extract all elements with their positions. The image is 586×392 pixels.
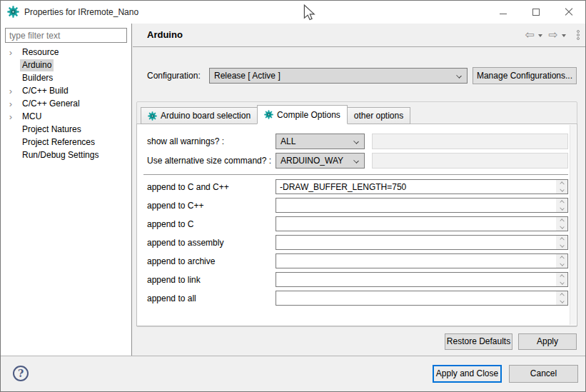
spinner-icon[interactable] xyxy=(556,217,567,231)
spinner-icon[interactable] xyxy=(556,254,567,268)
minimize-icon xyxy=(500,14,507,14)
sidebar-item-cpp-general[interactable]: › C/C++ General xyxy=(1,98,131,111)
apply-and-close-button[interactable]: Apply and Close xyxy=(433,365,502,383)
window-title: Properties for IRremote_Nano xyxy=(24,1,138,24)
show-all-warnings-extra-field xyxy=(372,134,568,149)
close-button[interactable] xyxy=(552,1,585,23)
chevron-right-icon[interactable]: › xyxy=(6,111,15,123)
apply-button[interactable]: Apply xyxy=(518,333,577,350)
minimize-button[interactable] xyxy=(487,1,520,23)
spinner-icon[interactable] xyxy=(556,291,567,305)
append-link-label: append to link xyxy=(147,272,201,288)
page-title: Arduino xyxy=(147,24,183,46)
alt-size-command-dropdown[interactable]: ARDUINO_WAY xyxy=(276,153,365,169)
cancel-button[interactable]: Cancel xyxy=(509,365,578,383)
append-c-input[interactable] xyxy=(276,216,568,231)
vertical-scrollbar[interactable] xyxy=(570,125,576,325)
chevron-right-icon[interactable]: › xyxy=(6,46,15,59)
configuration-label: Configuration: xyxy=(147,68,201,84)
sidebar-item-builders[interactable]: Builders xyxy=(1,72,131,85)
titlebar: Properties for IRremote_Nano xyxy=(1,1,585,24)
page-header: Arduino ⇦ ⇨ xyxy=(133,24,586,47)
show-all-warnings-label: show all warnings? : xyxy=(147,134,224,149)
append-all-label: append to all xyxy=(147,291,196,306)
properties-tree: › Resource Arduino Builders › C/C++ Buil… xyxy=(1,46,131,162)
tab-bar: Arduino board selection Compile Options … xyxy=(141,105,410,124)
sidebar-item-cpp-build[interactable]: › C/C++ Build xyxy=(1,85,131,98)
forward-history-caret-icon[interactable] xyxy=(562,34,566,37)
append-c-cpp-label: append to C and C++ xyxy=(147,179,229,195)
sidebar-item-project-references[interactable]: Project References xyxy=(1,136,131,149)
sidebar-item-arduino[interactable]: Arduino xyxy=(1,59,131,72)
back-history-caret-icon[interactable] xyxy=(538,34,542,37)
app-gear-icon xyxy=(7,6,19,18)
properties-dialog: Properties for IRremote_Nano › Resource … xyxy=(0,0,586,392)
help-icon[interactable]: ? xyxy=(13,366,29,381)
restore-defaults-button[interactable]: Restore Defaults xyxy=(445,333,512,350)
manage-configurations-button[interactable]: Manage Configurations... xyxy=(473,67,577,84)
tab-compile-options[interactable]: Compile Options xyxy=(257,105,348,124)
append-link-input[interactable] xyxy=(276,272,568,287)
chevron-down-icon xyxy=(353,139,359,144)
tab-arduino-board-selection[interactable]: Arduino board selection xyxy=(141,107,258,124)
spinner-icon[interactable] xyxy=(556,236,567,249)
forward-arrow-icon[interactable]: ⇨ xyxy=(549,29,558,41)
mouse-cursor-icon xyxy=(303,4,315,21)
tab-other-options[interactable]: other options xyxy=(347,107,410,124)
gear-icon xyxy=(148,111,157,121)
close-icon xyxy=(565,8,573,16)
spinner-icon[interactable] xyxy=(556,180,567,194)
sidebar-item-run-debug-settings[interactable]: Run/Debug Settings xyxy=(1,149,131,162)
gear-icon xyxy=(264,110,273,119)
append-c-label: append to C xyxy=(147,216,193,232)
filter-input[interactable] xyxy=(5,28,127,43)
alt-size-command-extra-field xyxy=(372,153,568,169)
spinner-icon[interactable] xyxy=(556,198,567,212)
chevron-right-icon[interactable]: › xyxy=(6,85,15,97)
append-assembly-input[interactable] xyxy=(276,235,568,250)
dialog-button-bar: ? Apply and Close Cancel xyxy=(1,356,585,392)
configuration-dropdown[interactable]: Release [ Active ] xyxy=(209,68,468,84)
sidebar: › Resource Arduino Builders › C/C++ Buil… xyxy=(1,24,132,356)
append-all-input[interactable] xyxy=(276,291,568,306)
configuration-value: Release [ Active ] xyxy=(214,71,281,81)
append-archive-input[interactable] xyxy=(276,253,568,268)
chevron-down-icon xyxy=(456,73,462,79)
append-cpp-label: append to C++ xyxy=(147,198,203,213)
sidebar-item-project-natures[interactable]: Project Natures xyxy=(1,124,131,136)
chevron-down-icon xyxy=(353,158,359,164)
append-assembly-label: append to assembly xyxy=(147,235,223,251)
back-arrow-icon[interactable]: ⇦ xyxy=(525,29,534,41)
maximize-button[interactable] xyxy=(520,1,552,23)
sidebar-item-mcu[interactable]: › MCU xyxy=(1,111,131,124)
view-menu-icon[interactable] xyxy=(577,30,580,40)
append-archive-label: append to archive xyxy=(147,253,215,269)
maximize-icon xyxy=(532,9,540,16)
separator-line xyxy=(143,174,568,175)
append-c-cpp-input[interactable] xyxy=(276,179,568,194)
alt-size-command-label: Use alternative size command? : xyxy=(147,153,271,169)
sidebar-item-resource[interactable]: › Resource xyxy=(1,46,131,59)
show-all-warnings-dropdown[interactable]: ALL xyxy=(276,134,365,149)
append-cpp-input[interactable] xyxy=(276,198,568,213)
chevron-right-icon[interactable]: › xyxy=(6,98,15,110)
spinner-icon[interactable] xyxy=(556,273,567,286)
